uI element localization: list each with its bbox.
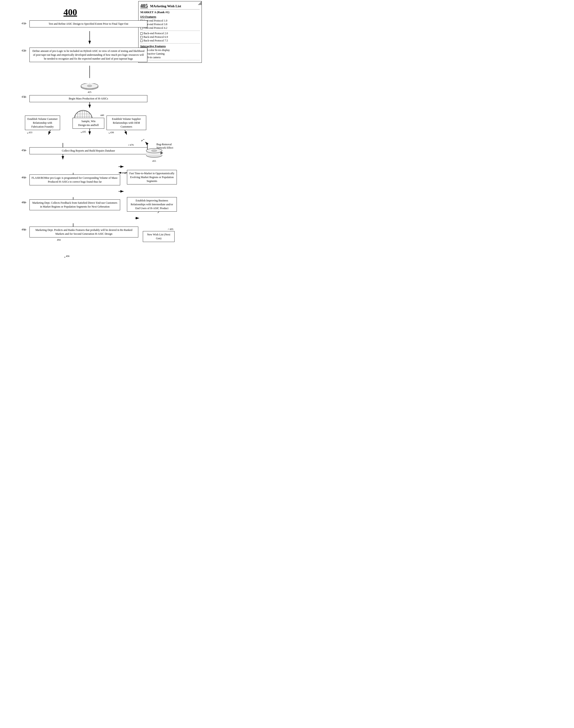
box-440-bot: Design-ins andSell xyxy=(74,123,103,127)
label-476: ⌐476 xyxy=(128,143,133,147)
io-features-heading: I/O Features xyxy=(140,15,200,18)
box-460-text: FLASH/ROMor pro-Logic is programmed for … xyxy=(32,176,118,183)
box-430: Begin Mass Production of H-ASICs xyxy=(30,95,147,102)
label-496: ⌞496 xyxy=(64,255,70,258)
bug-removal-label: Bug-RemovalNetwork Effect xyxy=(156,143,188,149)
bracket-430: ⌐ xyxy=(25,95,27,99)
box-433-text: Establish Volume Customer Relationship w… xyxy=(28,118,58,128)
label-435: ⌞435 xyxy=(74,130,93,133)
box-440-top: Sample, Win xyxy=(74,120,103,123)
box-480: Marketing Dept. Collects Feedback from S… xyxy=(30,199,120,210)
svg-line-20 xyxy=(145,142,147,144)
box-420: Define amount of pro-Logic to be include… xyxy=(30,48,147,62)
bracket-420: ⌐ xyxy=(25,48,27,53)
box-485: Establish Improving Business Relationshi… xyxy=(127,197,177,212)
bracket-490: ⌐ xyxy=(25,227,27,232)
box-495: New Wish List (Next Gen) ⌐495 xyxy=(143,231,174,242)
svg-point-49 xyxy=(152,150,157,151)
box-436: Establish Volume Supplier Relationships … xyxy=(107,116,146,130)
label-433: ⌞433 xyxy=(27,130,32,135)
disk-icon-425 xyxy=(80,83,98,90)
label-455: 455 xyxy=(145,160,163,162)
box-433: Establish Volume Customer Relationship w… xyxy=(25,116,60,130)
wish-list-market: MARKET A (Rank #1) xyxy=(140,10,200,14)
box-450-text: Collect Bug Reports and Build Repairs Da… xyxy=(62,149,115,152)
bracket-450: ⌐ xyxy=(25,148,27,153)
box-430-text: Begin Mass Production of H-ASICs xyxy=(69,97,108,100)
disk-425: 425 xyxy=(80,83,98,93)
wish-list-number: 405 xyxy=(140,3,148,9)
box-460: FLASH/ROMor pro-Logic is programmed for … xyxy=(30,175,120,185)
box-495-text: New Wish List (Next Gen) xyxy=(147,233,170,240)
svg-point-27 xyxy=(87,85,92,87)
box-450: Collect Bug Reports and Build Repairs Da… xyxy=(30,147,147,154)
box-440: Sample, Win Design-ins andSell 440 xyxy=(73,118,104,129)
label-494: 494 xyxy=(57,238,61,241)
box-410: Test and Refine ASIC Design to Specified… xyxy=(30,20,147,28)
bracket-410: ⌐ xyxy=(25,21,27,26)
box-470-text: Fast Time-to-Market in Opprotunistically… xyxy=(129,172,174,183)
flow-diagram: 410 ⌐ Test and Refine ASIC Design to Spe… xyxy=(23,20,181,247)
box-490-text: Marketing Dept. Predicts and Ranks Featu… xyxy=(35,228,132,235)
box-485-text: Establish Improving Business Relationshi… xyxy=(131,199,173,210)
wish-list-title: MArketing Wish List xyxy=(150,4,181,8)
box-470: Fast Time-to-Market in Opprotunistically… xyxy=(127,170,177,184)
svg-line-11 xyxy=(125,130,127,135)
bracket-480: ⌐ xyxy=(25,200,27,205)
page-title: 400 xyxy=(64,7,77,17)
label-436: ⌞436 xyxy=(109,130,114,135)
box-490: Marketing Dept. Predicts and Ranks Featu… xyxy=(30,227,138,237)
box-420-text: Define amount of pro-Logic to be include… xyxy=(32,49,145,60)
box-410-text: Test and Refine ASIC Design to Specified… xyxy=(48,22,128,26)
box-480-text: Marketing Dept. Collects Feedback from S… xyxy=(32,201,117,208)
svg-line-9 xyxy=(48,130,50,135)
label-495: ⌐495 xyxy=(168,227,173,231)
bracket-460: ⌐ xyxy=(25,175,27,180)
wish-list-header: 405 MArketing Wish List xyxy=(140,3,200,9)
label-425: 425 xyxy=(80,91,98,93)
label-440: 440 xyxy=(100,113,104,117)
box-436-text: Establish Volume Supplier Relationships … xyxy=(112,118,141,128)
